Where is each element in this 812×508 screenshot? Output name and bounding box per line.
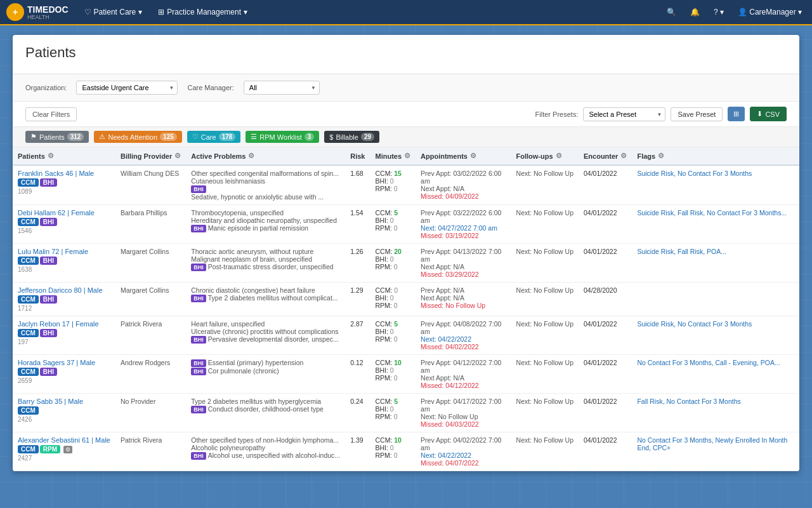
- help-button[interactable]: ? ▾: [710, 5, 728, 19]
- patient-name-link[interactable]: Franklin Sacks 46 | Male: [18, 170, 110, 177]
- heart-icon: ♡: [84, 8, 91, 17]
- next-appt: Next: 04/27/2022 7:00 am: [421, 224, 506, 232]
- flags-cell: [632, 283, 799, 316]
- not-enrolled-badge[interactable]: ⚑ Patients 312: [25, 131, 89, 143]
- billable-badge[interactable]: $ Billable 29: [324, 131, 379, 143]
- missed-appt: Missed: 04/12/2022: [421, 382, 506, 389]
- flags-value[interactable]: Suicide Risk, No Contact For 3 Months: [637, 320, 752, 328]
- cm-select[interactable]: All: [244, 81, 320, 95]
- follow-up-cell: Next: No Follow Up: [511, 283, 579, 316]
- flags-value[interactable]: Suicide Risk, Fall Risk, No Contact For …: [637, 209, 787, 217]
- problem-item: BHIEssential (primary) hypertension: [191, 359, 340, 367]
- patients-table: Patients ⚙ Billing Provider ⚙: [13, 147, 799, 471]
- follow-up-value: Next: No Follow Up: [516, 359, 573, 366]
- minutes-rpm: RPM: 0: [375, 413, 410, 420]
- encounter-date: 04/01/2022: [584, 320, 617, 328]
- rpm-worklist-badge[interactable]: ☰ RPM Worklist 3: [246, 131, 319, 143]
- patient-name-link[interactable]: Horada Sagers 37 | Male: [18, 359, 110, 366]
- billing-provider-name: No Provider: [121, 398, 155, 405]
- needs-attention-badge[interactable]: ⚠ Needs Attention 125: [94, 131, 181, 143]
- risk-value: 1.68: [350, 170, 363, 177]
- user-icon: 👤: [738, 8, 747, 17]
- patient-id: 1712: [18, 305, 110, 312]
- flags-col-gear[interactable]: ⚙: [658, 152, 664, 160]
- cm-label: Care Manager:: [187, 84, 233, 91]
- org-label: Organization:: [25, 84, 67, 91]
- encounter-cell: 04/01/2022: [579, 355, 632, 394]
- csv-export-button[interactable]: ⬇ CSV: [750, 107, 787, 121]
- encounter-col-gear[interactable]: ⚙: [620, 152, 627, 160]
- nav-practice-management[interactable]: ⊞ Practice Management ▾: [152, 4, 254, 20]
- minutes-bhi: BHI: 0: [375, 255, 410, 263]
- preset-select[interactable]: Select a Preset: [583, 107, 665, 121]
- patient-tag: BHI: [40, 257, 57, 265]
- patient-name-link[interactable]: Alexander Sebastini 61 | Male: [18, 436, 110, 444]
- minutes-cell: CCM: 10 BHI: 0 RPM: 0: [370, 432, 416, 471]
- cm-select-wrapper: All: [244, 81, 320, 95]
- save-preset-button[interactable]: Save Preset: [671, 107, 723, 121]
- col-patients: Patients ⚙: [13, 147, 115, 165]
- follow-up-value: Next: No Follow Up: [516, 170, 573, 177]
- col-appointments: Appointments ⚙: [416, 147, 511, 165]
- grid-view-button[interactable]: ⊞: [728, 107, 745, 121]
- problem-item: BHIType 2 diabetes mellitus without comp…: [191, 294, 340, 302]
- care-count: 178: [219, 133, 236, 141]
- patients-col-gear[interactable]: ⚙: [48, 152, 54, 160]
- risk-cell: 1.68: [345, 165, 370, 205]
- nav-patient-care[interactable]: ♡ Patient Care ▾: [78, 4, 149, 20]
- next-appt-link[interactable]: Next: 04/22/2022: [421, 451, 471, 459]
- main-wrapper: Patients Organization: Eastside Urgent C…: [0, 25, 812, 481]
- flags-cell: Suicide Risk, Fall Risk, POA...: [632, 244, 799, 283]
- minutes-bhi: BHI: 0: [375, 366, 410, 374]
- problem-badge: BHI: [191, 185, 206, 193]
- missed-appt: Missed: 04/02/2022: [421, 343, 506, 351]
- flags-value[interactable]: Suicide Risk, Fall Risk, POA...: [637, 248, 726, 255]
- next-appt: Next Appt: N/A: [421, 374, 506, 382]
- appts-col-gear[interactable]: ⚙: [470, 152, 476, 160]
- patient-name-link[interactable]: Barry Sabb 35 | Male: [18, 398, 110, 405]
- patient-name-link[interactable]: Jefferson Daricco 80 | Male: [18, 286, 110, 294]
- flags-value[interactable]: Suicide Risk, No Contact For 3 Months: [637, 170, 752, 177]
- prev-appt: Prev Appt: 04/13/2022 7:00 am: [421, 248, 506, 263]
- logo-icon: +: [6, 3, 24, 21]
- patient-tag: CCM: [18, 329, 39, 337]
- next-appt-link[interactable]: Next: 04/27/2022 7:00 am: [421, 224, 497, 232]
- active-problems-cell: Thoracic aortic aneurysm, without ruptur…: [186, 244, 345, 283]
- table-row: Barry Sabb 35 | Male CCM 2426 No Provide…: [13, 394, 799, 432]
- patient-tag: BHI: [40, 295, 57, 304]
- flags-value[interactable]: Fall Risk, No Contact For 3 Months: [637, 398, 740, 405]
- minutes-cell: CCM: 15 BHI: 0 RPM: 0: [370, 165, 416, 205]
- risk-value: 0.12: [350, 359, 363, 366]
- minutes-col-gear[interactable]: ⚙: [404, 152, 410, 160]
- navbar-right: 🔍 🔔 ? ▾ 👤 CareManager ▾: [663, 5, 806, 19]
- search-icon-button[interactable]: 🔍: [663, 5, 680, 19]
- patient-id: 1546: [18, 227, 110, 234]
- encounter-cell: 04/01/2022: [579, 244, 632, 283]
- problem-item: Other specified congenital malformations…: [191, 170, 340, 177]
- billing-provider-cell: William Chung DES: [115, 165, 186, 205]
- encounter-date: 04/01/2022: [584, 398, 617, 405]
- flags-value[interactable]: No Contact For 3 Months, Newly Enrolled …: [637, 436, 787, 451]
- care-manager-menu[interactable]: 👤 CareManager ▾: [734, 5, 806, 19]
- minutes-rpm: RPM: 0: [375, 302, 410, 309]
- appointments-cell: Prev Appt: 04/13/2022 7:00 am Next Appt:…: [416, 244, 511, 283]
- billing-col-gear[interactable]: ⚙: [174, 152, 181, 160]
- notifications-icon-button[interactable]: 🔔: [686, 5, 704, 19]
- col-risk: Risk: [345, 147, 370, 165]
- flags-value[interactable]: No Contact For 3 Months, Call - Evening,…: [637, 359, 780, 366]
- patient-name-link[interactable]: Debi Hallam 62 | Female: [18, 209, 110, 217]
- active-problems-cell: Other specified types of non-Hodgkin lym…: [186, 432, 345, 471]
- next-appt-link[interactable]: Next: 04/22/2022: [421, 335, 471, 343]
- patient-name-link[interactable]: Jaclyn Rebon 17 | Female: [18, 320, 110, 328]
- patient-name-link[interactable]: Lulu Malin 72 | Female: [18, 248, 110, 255]
- minutes-bhi: BHI: 0: [375, 217, 410, 224]
- problems-col-gear[interactable]: ⚙: [248, 152, 254, 160]
- clear-filters-button[interactable]: Clear Filters: [25, 107, 77, 121]
- care-badge[interactable]: ♡ Care 178: [187, 131, 241, 143]
- col-flags: Flags ⚙: [632, 147, 799, 165]
- minutes-rpm: RPM: 0: [375, 451, 410, 459]
- dropdown-arrow-icon: ▾: [798, 8, 802, 17]
- logo: + TIMEDOC HEALTH: [6, 3, 69, 21]
- followups-col-gear[interactable]: ⚙: [556, 152, 562, 160]
- org-select[interactable]: Eastside Urgent Care: [76, 81, 178, 95]
